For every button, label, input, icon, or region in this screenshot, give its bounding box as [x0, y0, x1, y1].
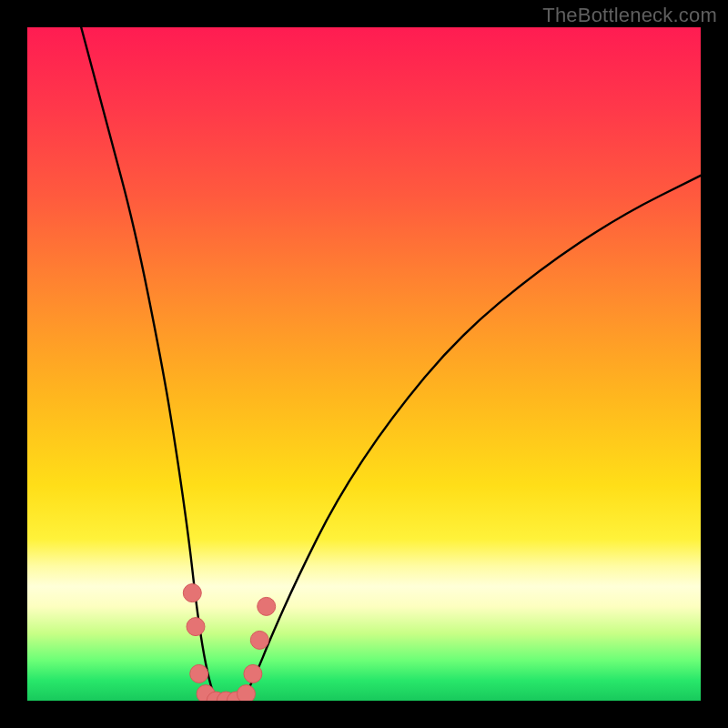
chart-frame: TheBottleneck.com — [0, 0, 728, 728]
data-point — [190, 664, 208, 682]
data-point — [238, 685, 256, 701]
curve-right — [243, 176, 701, 701]
data-point — [244, 664, 262, 682]
data-point — [187, 618, 205, 636]
data-point — [183, 584, 201, 602]
data-point — [258, 597, 276, 615]
plot-area — [27, 27, 701, 701]
watermark-text: TheBottleneck.com — [542, 4, 717, 27]
data-point — [250, 631, 268, 649]
curve-svg — [27, 27, 701, 701]
